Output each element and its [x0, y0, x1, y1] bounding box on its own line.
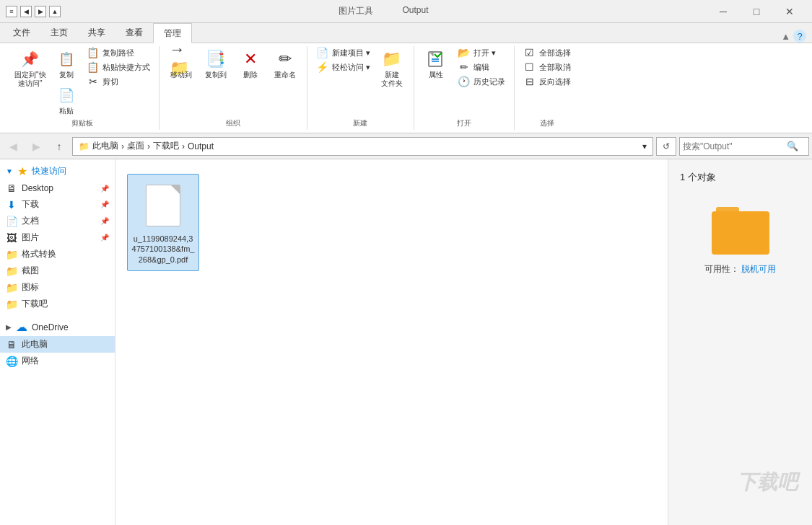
sidebar-item-desktop[interactable]: 🖥 Desktop 📌: [0, 180, 115, 196]
xiazaba-icon: 📁: [6, 299, 17, 310]
new-actions-col: 📄 新建项目 ▾ ⚡ 轻松访问 ▾: [313, 46, 373, 74]
ribbon: 📌 固定到"快速访问" 📋 复制 📄 粘贴 📋 复制路径: [0, 43, 812, 133]
ribbon-group-organize: →📁 移动到 📑 复制到 ✕ 删除 ✏ 重命名 组织: [160, 46, 307, 130]
new-item-button[interactable]: 📄 新建项目 ▾: [313, 46, 373, 59]
back-button: ◀: [3, 136, 23, 156]
sidebar-item-this-pc[interactable]: 🖥 此电脑: [0, 336, 115, 353]
icon-up-arrow[interactable]: ▲: [49, 6, 61, 17]
sidebar-item-download[interactable]: ⬇ 下载 📌: [0, 196, 115, 213]
quick-access-label: 快速访问: [32, 165, 66, 177]
properties-button[interactable]: 属性: [420, 46, 452, 81]
file-grid: u_1199089244,3 4757100138&fm_ 268&gp_0.p…: [127, 174, 656, 271]
pdf-page: [146, 185, 180, 226]
tool-label: 图片工具: [339, 5, 373, 17]
paste-button[interactable]: 📄 粘贴: [52, 82, 81, 117]
search-input[interactable]: [683, 141, 784, 151]
icon-forward-arrow[interactable]: ▶: [35, 6, 46, 17]
select-all-button[interactable]: ☑ 全部选择: [520, 46, 574, 59]
icon-menu[interactable]: ≡: [6, 6, 17, 17]
breadcrumb-dropdown[interactable]: ▾: [642, 141, 647, 151]
breadcrumb-output[interactable]: Output: [188, 141, 214, 151]
clipboard-col: 📋 复制 📄 粘贴: [52, 46, 81, 117]
navbar: ◀ ▶ ↑ 📁 此电脑 › 桌面 › 下载吧 › Output ▾ ↺ 🔍: [0, 133, 812, 159]
tab-home[interactable]: 主页: [40, 22, 78, 43]
copy-to-icon: 📑: [204, 48, 227, 71]
sidebar-item-xiazaba[interactable]: 📁 下载吧: [0, 296, 115, 312]
tab-share[interactable]: 共享: [78, 22, 115, 43]
minimize-button[interactable]: ─: [707, 0, 740, 23]
easy-access-button[interactable]: ⚡ 轻松访问 ▾: [313, 61, 373, 74]
onedrive-header[interactable]: ▶ ☁ OneDrive: [0, 318, 115, 336]
invert-select-icon: ⊟: [523, 76, 536, 87]
sidebar-item-pics[interactable]: 🖼 图片 📌: [0, 229, 115, 246]
copy-to-button[interactable]: 📑 复制到: [200, 46, 232, 81]
ribbon-group-clipboard: 📌 固定到"快速访问" 📋 复制 📄 粘贴 📋 复制路径: [6, 46, 160, 130]
tab-manage[interactable]: 管理: [153, 23, 192, 43]
new-group-label: 新建: [353, 118, 367, 130]
delete-button[interactable]: ✕ 删除: [235, 46, 266, 81]
sidebar-item-screenshot[interactable]: 📁 截图: [0, 262, 115, 279]
paste-shortcut-button[interactable]: 📋 粘贴快捷方式: [84, 61, 153, 74]
cut-button[interactable]: ✂ 剪切: [84, 75, 153, 88]
titlebar-mid: 图片工具 Output: [61, 5, 707, 17]
folder-large: [712, 207, 769, 255]
availability-value[interactable]: 脱机可用: [741, 264, 776, 274]
paste-icon: 📄: [55, 84, 78, 107]
edit-button[interactable]: ✏ 编辑: [455, 61, 508, 74]
sidebar-item-network[interactable]: 🌐 网络: [0, 353, 115, 369]
download-icon: ⬇: [6, 199, 17, 211]
file-icon-pdf: [141, 180, 185, 231]
file-item-pdf[interactable]: u_1199089244,3 4757100138&fm_ 268&gp_0.p…: [127, 174, 199, 271]
pin-quick-access-button[interactable]: 📌 固定到"快速访问": [12, 46, 49, 89]
open-button[interactable]: 📂 打开 ▾: [455, 46, 508, 59]
properties-icon: [424, 48, 448, 71]
breadcrumb-desktop[interactable]: 桌面: [127, 140, 144, 152]
main-area: ▼ ★ 快速访问 🖥 Desktop 📌 ⬇ 下载 📌 📄 文档 📌 🖼 图片 …: [0, 159, 812, 525]
clipboard-group-label: 剪贴板: [71, 118, 93, 130]
ribbon-collapse-btn[interactable]: ▲: [781, 31, 790, 42]
help-btn[interactable]: ?: [793, 30, 806, 43]
sidebar-item-format[interactable]: 📁 格式转换: [0, 246, 115, 262]
deselect-all-icon: ☐: [523, 61, 536, 73]
close-button[interactable]: ✕: [773, 0, 806, 23]
tab-file[interactable]: 文件: [3, 22, 40, 43]
pin-icon-download: 📌: [100, 200, 109, 208]
sidebar: ▼ ★ 快速访问 🖥 Desktop 📌 ⬇ 下载 📌 📄 文档 📌 🖼 图片 …: [0, 159, 115, 525]
scissors-icon: ✂: [87, 76, 100, 87]
new-content: 📄 新建项目 ▾ ⚡ 轻松访问 ▾ 📁 新建文件夹: [313, 46, 408, 117]
move-to-button[interactable]: →📁 移动到: [165, 46, 197, 81]
open-actions-col: 📂 打开 ▾ ✏ 编辑 🕐 历史记录: [455, 46, 508, 88]
up-button[interactable]: ↑: [49, 136, 69, 156]
rename-icon: ✏: [274, 48, 297, 71]
sidebar-item-icons[interactable]: 📁 图标: [0, 279, 115, 296]
edit-icon: ✏: [458, 61, 471, 73]
refresh-button[interactable]: ↺: [656, 137, 676, 156]
quick-access-header[interactable]: ▼ ★ 快速访问: [0, 162, 115, 180]
select-actions-col: ☑ 全部选择 ☐ 全部取消 ⊟ 反向选择: [520, 46, 574, 88]
network-icon: 🌐: [6, 356, 17, 367]
history-button[interactable]: 🕐 历史记录: [455, 75, 508, 88]
sidebar-item-docs[interactable]: 📄 文档 📌: [0, 213, 115, 229]
ribbon-group-new: 📄 新建项目 ▾ ⚡ 轻松访问 ▾ 📁 新建文件夹 新建: [307, 46, 414, 130]
open-group-label: 打开: [457, 118, 471, 130]
breadcrumb-sep2: ›: [147, 141, 150, 151]
copy-path-button[interactable]: 📋 复制路径: [84, 46, 153, 59]
search-icon[interactable]: 🔍: [787, 141, 798, 151]
maximize-button[interactable]: □: [740, 0, 773, 23]
icon-back-arrow[interactable]: ◀: [20, 6, 32, 17]
pin-icon: 📌: [19, 48, 42, 71]
breadcrumb-downloads[interactable]: 下载吧: [153, 140, 179, 152]
copy-button[interactable]: 📋 复制: [52, 46, 81, 81]
deselect-all-button[interactable]: ☐ 全部取消: [520, 61, 574, 74]
tab-view[interactable]: 查看: [115, 22, 153, 43]
breadcrumb[interactable]: 📁 此电脑 › 桌面 › 下载吧 › Output ▾: [72, 137, 653, 156]
invert-select-button[interactable]: ⊟ 反向选择: [520, 75, 574, 88]
new-item-icon: 📄: [316, 47, 329, 58]
ribbon-tabs: 文件 主页 共享 查看 管理 ▲ ?: [0, 23, 812, 43]
breadcrumb-pc[interactable]: 此电脑: [92, 140, 118, 152]
select-all-icon: ☑: [523, 47, 536, 58]
paste-shortcut-icon: 📋: [87, 61, 100, 73]
new-folder-button[interactable]: 📁 新建文件夹: [376, 46, 408, 89]
pin-icon-docs: 📌: [100, 217, 109, 225]
rename-button[interactable]: ✏ 重命名: [269, 46, 301, 81]
